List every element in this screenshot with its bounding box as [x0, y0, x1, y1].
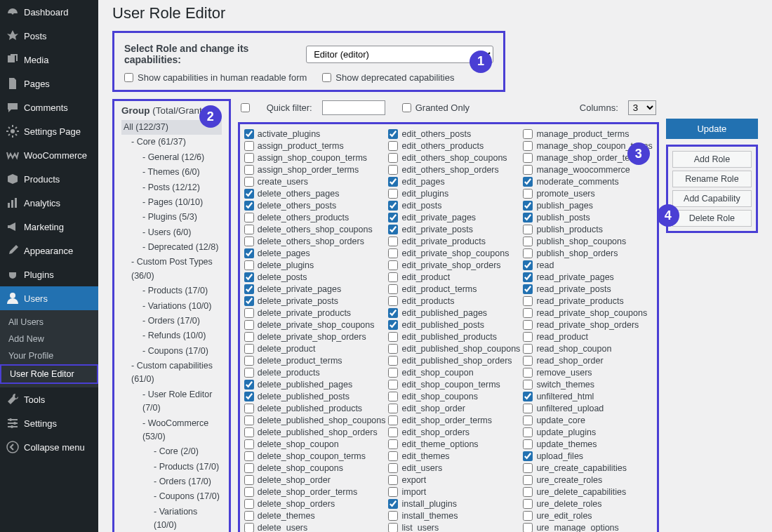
capability-item[interactable]: edit_themes: [388, 451, 520, 463]
capability-checkbox[interactable]: [388, 392, 398, 401]
capability-checkbox[interactable]: [523, 296, 533, 306]
capability-item[interactable]: read_private_shop_orders: [523, 319, 652, 331]
capability-checkbox[interactable]: [388, 177, 398, 187]
show-deprecated-checkbox[interactable]: Show deprecated capabilities: [322, 72, 454, 83]
tree-item[interactable]: - Posts (12/12): [121, 180, 222, 195]
capability-checkbox[interactable]: [523, 201, 533, 211]
capability-checkbox[interactable]: [388, 427, 398, 437]
capability-checkbox[interactable]: [244, 392, 254, 401]
capability-checkbox[interactable]: [244, 463, 254, 473]
tree-item[interactable]: - Custom Post Types (36/0): [121, 255, 222, 284]
tree-item[interactable]: - Plugins (5/3): [121, 210, 222, 225]
capability-checkbox[interactable]: [388, 487, 398, 497]
sidebar-item-settings[interactable]: Settings: [0, 411, 98, 435]
sidebar-item-media[interactable]: Media: [0, 48, 98, 72]
tree-item[interactable]: - Themes (6/0): [121, 165, 222, 180]
capability-item[interactable]: edit_shop_orders: [388, 427, 520, 439]
capability-item[interactable]: delete_shop_coupon: [244, 439, 386, 451]
capability-checkbox[interactable]: [523, 248, 533, 258]
sidebar-item-tools[interactable]: Tools: [0, 387, 98, 411]
capability-checkbox[interactable]: [244, 284, 254, 294]
capability-checkbox[interactable]: [244, 201, 254, 211]
capability-checkbox[interactable]: [523, 392, 533, 401]
capability-checkbox[interactable]: [388, 260, 398, 270]
capability-item[interactable]: assign_product_terms: [244, 140, 386, 152]
capability-item[interactable]: manage_woocommerce: [523, 164, 652, 176]
tree-item[interactable]: - WooCommerce (53/0): [121, 416, 222, 445]
sidebar-item-users[interactable]: Users: [0, 286, 98, 310]
capability-checkbox[interactable]: [388, 332, 398, 342]
capability-item[interactable]: list_users: [388, 522, 520, 532]
capability-item[interactable]: delete_others_posts: [244, 200, 386, 212]
capability-checkbox[interactable]: [244, 308, 254, 318]
tree-item[interactable]: - Products (17/0): [121, 284, 222, 298]
capability-item[interactable]: delete_shop_order: [244, 474, 386, 486]
capability-item[interactable]: update_core: [523, 415, 652, 427]
tree-item[interactable]: - Deprecated (12/8): [121, 240, 222, 255]
capability-checkbox[interactable]: [523, 523, 533, 532]
capability-checkbox[interactable]: [388, 308, 398, 318]
capability-item[interactable]: delete_products: [244, 367, 386, 379]
capability-item[interactable]: ure_edit_roles: [523, 510, 652, 522]
capability-checkbox[interactable]: [523, 225, 533, 234]
capability-item[interactable]: delete_published_shop_orders: [244, 427, 386, 439]
sidebar-item-plugins[interactable]: Plugins: [0, 262, 98, 286]
capability-item[interactable]: read: [523, 260, 652, 272]
capability-checkbox[interactable]: [388, 380, 398, 390]
sidebar-sub-your-profile[interactable]: Your Profile: [0, 347, 98, 364]
capability-item[interactable]: edit_published_shop_orders: [388, 355, 520, 367]
capability-checkbox[interactable]: [244, 332, 254, 342]
capability-checkbox[interactable]: [523, 308, 533, 318]
capability-checkbox[interactable]: [244, 237, 254, 246]
capability-item[interactable]: delete_private_posts: [244, 295, 386, 307]
capability-checkbox[interactable]: [244, 523, 254, 532]
capability-checkbox[interactable]: [523, 475, 533, 485]
capability-checkbox[interactable]: [244, 141, 254, 151]
capability-item[interactable]: edit_private_pages: [388, 212, 520, 224]
capability-checkbox[interactable]: [523, 260, 533, 270]
capability-item[interactable]: edit_private_shop_coupons: [388, 248, 520, 260]
select-all-checkbox[interactable]: [241, 103, 250, 112]
capability-checkbox[interactable]: [244, 380, 254, 390]
capability-item[interactable]: delete_published_posts: [244, 391, 386, 403]
capability-item[interactable]: promote_users: [523, 188, 652, 200]
capability-item[interactable]: edit_published_shop_coupons: [388, 343, 520, 355]
capability-item[interactable]: manage_product_terms: [523, 128, 652, 140]
capability-item[interactable]: delete_posts: [244, 272, 386, 284]
capability-item[interactable]: delete_others_shop_orders: [244, 236, 386, 248]
capability-item[interactable]: edit_private_posts: [388, 224, 520, 236]
granted-only-checkbox[interactable]: Granted Only: [402, 102, 470, 113]
sidebar-item-comments[interactable]: Comments: [0, 95, 98, 119]
capability-checkbox[interactable]: [244, 225, 254, 234]
capability-item[interactable]: assign_shop_coupon_terms: [244, 152, 386, 164]
show-deprecated-input[interactable]: [322, 73, 331, 82]
capability-checkbox[interactable]: [523, 141, 533, 151]
capability-item[interactable]: unfiltered_html: [523, 391, 652, 403]
role-select[interactable]: Editor (editor): [306, 46, 493, 63]
capability-checkbox[interactable]: [523, 415, 533, 425]
tree-item[interactable]: - Users (6/0): [121, 225, 222, 240]
capability-item[interactable]: assign_shop_order_terms: [244, 164, 386, 176]
capability-checkbox[interactable]: [523, 153, 533, 163]
capability-item[interactable]: publish_posts: [523, 212, 652, 224]
capability-item[interactable]: install_plugins: [388, 498, 520, 510]
capability-checkbox[interactable]: [388, 165, 398, 175]
capability-checkbox[interactable]: [244, 511, 254, 521]
sidebar-item-dashboard[interactable]: Dashboard: [0, 0, 98, 24]
capability-item[interactable]: edit_others_shop_orders: [388, 164, 520, 176]
capability-item[interactable]: import: [388, 486, 520, 498]
tree-item[interactable]: - Core (2/0): [121, 444, 222, 459]
capability-checkbox[interactable]: [388, 499, 398, 509]
sidebar-item-posts[interactable]: Posts: [0, 24, 98, 48]
capability-checkbox[interactable]: [388, 475, 398, 485]
capability-checkbox[interactable]: [523, 404, 533, 413]
capability-checkbox[interactable]: [244, 439, 254, 449]
capability-checkbox[interactable]: [523, 177, 533, 187]
capability-item[interactable]: edit_product_terms: [388, 284, 520, 295]
capability-item[interactable]: delete_shop_coupon_terms: [244, 451, 386, 463]
capability-checkbox[interactable]: [523, 213, 533, 222]
capability-item[interactable]: edit_published_products: [388, 331, 520, 343]
tree-item[interactable]: - Coupons (17/0): [121, 344, 222, 359]
tree-item[interactable]: - Coupons (17/0): [121, 489, 222, 504]
capability-checkbox[interactable]: [244, 487, 254, 497]
